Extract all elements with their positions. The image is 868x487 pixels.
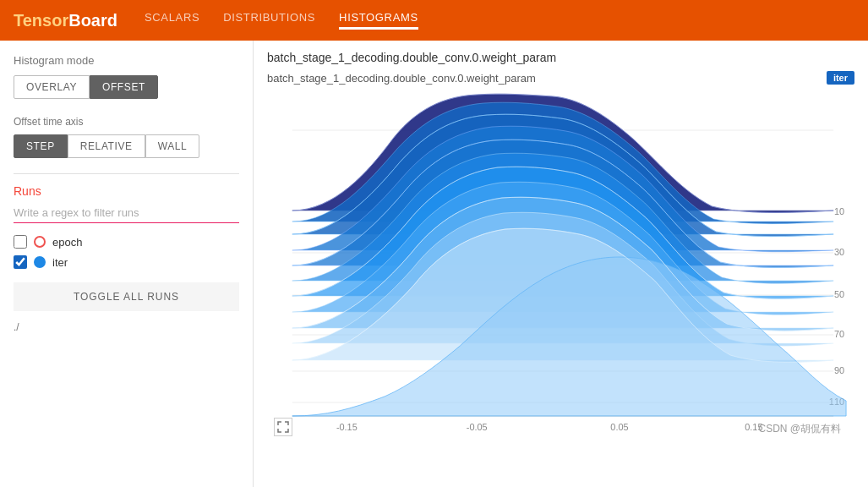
axis-buttons: STEP RELATIVE WALL <box>14 134 239 158</box>
chart-subtitle: batch_stage_1_decoding.double_conv.0.wei… <box>267 72 536 85</box>
runs-title: Runs <box>14 184 239 198</box>
csdn-watermark: CSDN @胡侃有料 <box>758 422 841 436</box>
main-content: batch_stage_1_decoding.double_conv.0.wei… <box>254 41 868 487</box>
topnav: TensorBoard SCALARS DISTRIBUTIONS HISTOG… <box>0 0 868 41</box>
relative-button[interactable]: RELATIVE <box>68 134 145 158</box>
svg-text:70: 70 <box>834 329 844 339</box>
iter-badge: iter <box>827 71 854 85</box>
divider <box>14 173 239 174</box>
histogram-mode-label: Histogram mode <box>14 54 239 67</box>
toggle-all-button[interactable]: TOGGLE ALL RUNS <box>14 282 239 311</box>
offset-time-section: Offset time axis STEP RELATIVE WALL <box>14 116 239 158</box>
run-iter: iter <box>14 255 239 269</box>
nav-distributions[interactable]: DISTRIBUTIONS <box>223 11 315 30</box>
svg-text:-0.05: -0.05 <box>467 422 488 432</box>
layout: Histogram mode OVERLAY OFFSET Offset tim… <box>0 41 868 487</box>
svg-text:0.05: 0.05 <box>610 422 628 432</box>
epoch-color-icon <box>34 236 46 248</box>
nav-scalars[interactable]: SCALARS <box>145 11 199 30</box>
svg-text:30: 30 <box>834 247 844 257</box>
expand-icon[interactable] <box>274 418 292 436</box>
iter-checkbox[interactable] <box>14 255 27 269</box>
sidebar: Histogram mode OVERLAY OFFSET Offset tim… <box>0 41 254 487</box>
nav-histograms[interactable]: HISTOGRAMS <box>339 11 418 30</box>
histogram-area: 110 90 70 50 30 10 -0.15 -0.0 <box>267 88 854 443</box>
sidebar-footer: ./ <box>14 321 239 333</box>
step-button[interactable]: STEP <box>14 134 68 158</box>
svg-text:10: 10 <box>834 206 844 216</box>
svg-text:50: 50 <box>834 289 844 299</box>
iter-label: iter <box>52 256 68 269</box>
nav-links: SCALARS DISTRIBUTIONS HISTOGRAMS <box>145 11 418 30</box>
epoch-checkbox[interactable] <box>14 235 27 249</box>
histogram-chart: 110 90 70 50 30 10 -0.15 -0.0 <box>267 88 854 443</box>
brand-board: Board <box>68 11 117 30</box>
offset-button[interactable]: OFFSET <box>90 75 158 99</box>
chart-header: batch_stage_1_decoding.double_conv.0.wei… <box>267 71 854 85</box>
wall-button[interactable]: WALL <box>145 134 200 158</box>
run-epoch: epoch <box>14 235 239 249</box>
svg-text:90: 90 <box>834 365 844 375</box>
epoch-label: epoch <box>52 236 82 249</box>
offset-time-label: Offset time axis <box>14 116 239 128</box>
brand-logo: TensorBoard <box>14 11 117 30</box>
brand-tensor: Tensor <box>14 11 68 30</box>
overlay-button[interactable]: OVERLAY <box>14 75 90 99</box>
iter-color-icon <box>34 256 46 268</box>
mode-buttons: OVERLAY OFFSET <box>14 75 239 99</box>
svg-text:-0.15: -0.15 <box>336 422 358 432</box>
filter-input[interactable] <box>14 205 239 223</box>
chart-title: batch_stage_1_decoding.double_conv.0.wei… <box>254 41 868 64</box>
chart-container: batch_stage_1_decoding.double_conv.0.wei… <box>254 64 868 487</box>
